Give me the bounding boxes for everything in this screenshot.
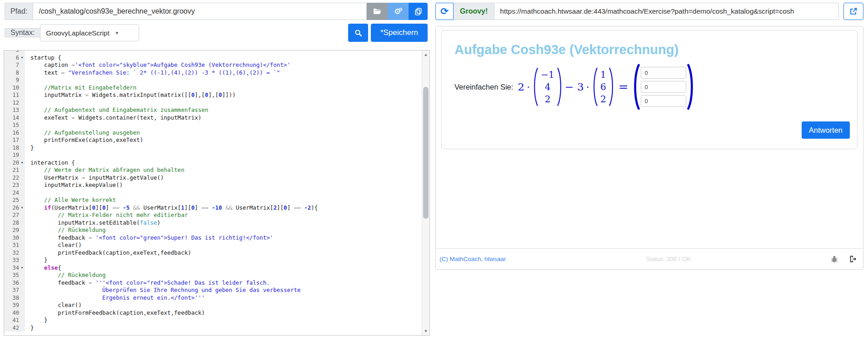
line-number: 30 <box>13 234 19 242</box>
code-line: 10 //Matrix mit Eingabefeldern <box>4 84 429 92</box>
open-file-button[interactable] <box>367 3 388 20</box>
code-line-text: printFormFeedback(caption,exeText,feedba… <box>25 309 205 317</box>
vector-2-row: 1 <box>600 70 606 80</box>
equals-sign: = <box>619 80 629 94</box>
code-line: 9 <box>4 76 429 84</box>
line-number: 19 <box>13 151 19 159</box>
code-line-text: startup { <box>25 54 61 62</box>
line-gutter: 22 <box>4 174 25 182</box>
line-gutter: 41 <box>4 317 25 324</box>
code-line: 41 } <box>4 317 429 324</box>
code-line-text: // Matrix-Felder nicht mehr editierbar <box>25 211 188 219</box>
line-gutter: 15 <box>4 121 25 129</box>
line-number: 31 <box>13 241 19 249</box>
scrollbar-thumb[interactable] <box>423 87 429 219</box>
dot-operator: · <box>527 81 530 93</box>
line-number: 27 <box>13 211 19 219</box>
triangle-up-icon[interactable]: ▲ <box>422 51 429 58</box>
code-line-text: } <box>25 317 48 324</box>
line-gutter: 37 <box>4 287 25 294</box>
url-input[interactable] <box>494 3 839 20</box>
settings-button[interactable]: ⚙⚙ <box>388 3 409 20</box>
line-number: 15 <box>13 121 19 129</box>
line-gutter: 6▾ <box>4 54 25 62</box>
path-toolbar: Pfad: ⚙⚙ <box>5 3 428 20</box>
mathcoach-ide: Pfad: ⚙⚙ Syntax: GroovyLaplaceScript ▾ <box>0 0 868 342</box>
code-line: 29 // Rückmeldung <box>4 226 429 234</box>
exercise-card: Aufgabe Cosh93e (Vektorrechnung) Vereinf… <box>435 26 863 270</box>
sign-out-icon[interactable] <box>849 255 857 263</box>
answer-input-3[interactable] <box>641 95 686 107</box>
code-line-text: // Aufgabenstellung ausgeben <box>25 129 140 137</box>
answer-input-1[interactable] <box>641 67 686 79</box>
code-line-text: } <box>25 324 34 332</box>
right-paren-icon <box>609 67 615 106</box>
line-gutter: 27 <box>4 211 25 219</box>
refresh-button[interactable]: ⟳ <box>435 3 454 20</box>
triangle-down-icon[interactable]: ▼ <box>422 327 429 335</box>
scalar-1: 2 <box>518 81 524 93</box>
line-gutter: 17 <box>4 136 25 144</box>
line-number: 36 <box>13 279 19 287</box>
code-line: 21 // Werte der Matrix abfragen und beha… <box>4 166 429 174</box>
equation-prompt: Vereinfachen Sie: <box>454 83 513 91</box>
syntax-select[interactable]: GroovyLaplaceScript ▾ <box>40 24 139 41</box>
footer-icons <box>831 255 857 263</box>
syntax-toolbar: Syntax: GroovyLaplaceScript ▾ *Speichern <box>5 24 428 42</box>
vector-2-row: 6 <box>600 82 606 92</box>
path-input[interactable] <box>33 3 367 20</box>
answer-button[interactable]: Antworten <box>802 121 850 139</box>
copy-button[interactable] <box>409 3 428 20</box>
exercise-form: Aufgabe Cosh93e (Vektorrechnung) Vereinf… <box>441 30 858 149</box>
line-gutter: 7 <box>4 61 25 69</box>
chevron-down-icon: ▾ <box>116 30 119 36</box>
bug-icon[interactable] <box>831 256 838 263</box>
line-gutter: 38 <box>4 294 25 302</box>
vector-2-row: 2 <box>600 94 606 105</box>
line-number: 7 <box>16 61 19 69</box>
fold-chevron-icon[interactable]: ▾ <box>19 54 25 62</box>
line-number: 14 <box>13 114 19 122</box>
copyright-link[interactable]: (C) MathCoach, htwsaar <box>439 256 506 262</box>
editor-scrollbar[interactable]: ▲ ▼ <box>422 50 429 335</box>
fold-chevron-icon[interactable]: ▾ <box>19 159 25 167</box>
code-line-text: if(UserMatrix[0][0] == -5 && UserMatrix[… <box>25 204 318 212</box>
line-number: 40 <box>13 309 19 317</box>
fold-chevron-icon[interactable]: ▾ <box>19 264 25 272</box>
code-line: 30 feedback = '<font color="green">Super… <box>4 234 429 242</box>
save-button[interactable]: *Speichern <box>371 24 428 42</box>
code-line: 24 <box>4 189 429 197</box>
editor-pane: Pfad: ⚙⚙ Syntax: GroovyLaplaceScript ▾ <box>0 0 431 342</box>
code-line-text: UserMatrix = inputMatrix.getValue() <box>25 174 164 182</box>
code-line-text <box>25 189 30 197</box>
line-gutter: 35 <box>4 272 25 279</box>
code-line-text: interaction { <box>25 159 75 167</box>
line-number: 28 <box>13 219 19 227</box>
line-number: 23 <box>13 181 19 189</box>
preview-pane: ⟳ Groovy! Aufgabe Cosh93e (Vektorrechnun… <box>435 0 864 342</box>
open-external-button[interactable] <box>843 3 863 20</box>
line-gutter: 42 <box>4 324 25 332</box>
code-line-text: // Rückmeldung <box>25 272 106 279</box>
right-bracket-icon <box>687 64 695 110</box>
line-number: 25 <box>13 196 19 204</box>
search-button[interactable] <box>348 24 368 42</box>
code-line: 26▾ if(UserMatrix[0][0] == -5 && UserMat… <box>4 204 429 212</box>
line-gutter: 5 <box>4 50 25 54</box>
line-gutter: 29 <box>4 226 25 234</box>
code-editor[interactable]: 56▾startup {7 caption ='<font color="sky… <box>4 50 430 336</box>
code-line-text: //Matrix mit Eingabefeldern <box>25 84 136 92</box>
line-number: 26 <box>13 204 19 212</box>
code-line: 23 inputMatrix.keepValue() <box>4 181 429 189</box>
code-line: 32 printFeedback(caption,exeText,feedbac… <box>4 249 429 257</box>
code-line: 40 printFormFeedback(caption,exeText,fee… <box>4 309 429 317</box>
fold-chevron-icon[interactable]: ▾ <box>19 204 25 212</box>
preview-toolbar: ⟳ Groovy! <box>435 3 863 20</box>
line-number: 39 <box>13 302 19 309</box>
dot-operator: · <box>586 81 589 93</box>
line-number: 42 <box>13 324 19 332</box>
code-line-text <box>25 99 30 107</box>
code-line-text: } <box>25 256 48 264</box>
answer-input-2[interactable] <box>641 81 686 93</box>
code-line: 31 clear() <box>4 241 429 249</box>
